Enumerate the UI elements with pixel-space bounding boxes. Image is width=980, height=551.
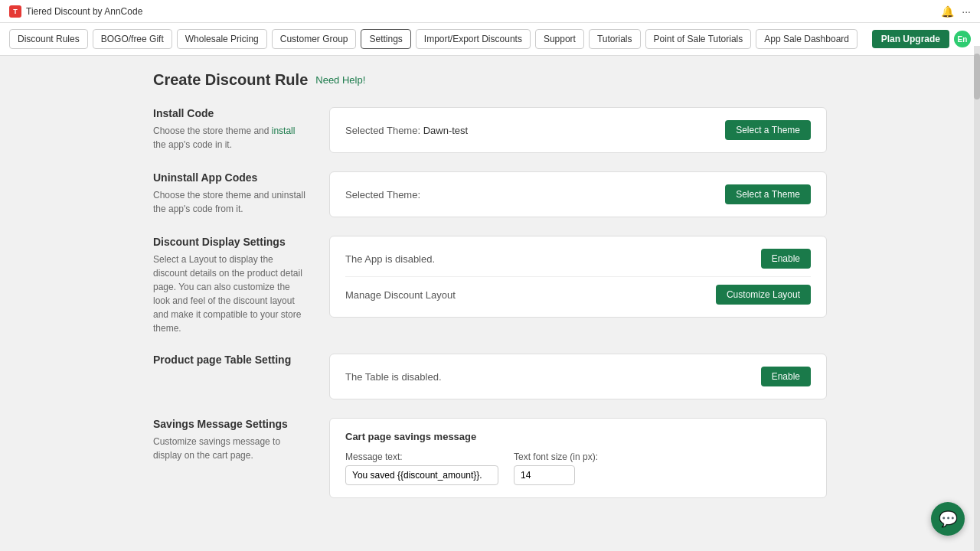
- page-title: Create Discount Rule: [153, 71, 308, 89]
- discount-display-card: The App is disabled. Enable Manage Disco…: [329, 236, 827, 318]
- app-icon: T: [9, 5, 21, 18]
- section-product-table-info: Product page Table Setting: [153, 354, 306, 370]
- product-table-row: The Table is disabled. Enable: [345, 367, 811, 386]
- nav-btn-wholesale[interactable]: Wholesale Pricing: [177, 29, 267, 49]
- title-bar-title: Tiered Discount by AnnCode: [26, 6, 142, 17]
- install-theme-value: Dawn-test: [423, 125, 469, 136]
- section-product-table: Product page Table Setting The Table is …: [153, 354, 827, 399]
- nav-btn-tutorials[interactable]: Tutorials: [589, 29, 641, 49]
- app-disabled-status: The App is disabled.: [345, 253, 435, 265]
- nav-btn-bogo[interactable]: BOGO/free Gift: [93, 29, 172, 49]
- table-disabled-status: The Table is disabled.: [345, 371, 442, 383]
- section-install-code: Install Code Choose the store theme and …: [153, 107, 827, 153]
- title-bar-right: 🔔 ···: [941, 5, 971, 18]
- more-icon[interactable]: ···: [962, 5, 971, 18]
- install-code-card-row: Selected Theme: Dawn-test Select a Theme: [345, 120, 811, 140]
- section-product-table-title: Product page Table Setting: [153, 354, 306, 366]
- install-select-theme-button[interactable]: Select a Theme: [725, 120, 811, 140]
- font-size-input[interactable]: [514, 465, 575, 485]
- nav-btn-discount-rules[interactable]: Discount Rules: [9, 29, 88, 49]
- page-header: Create Discount Rule Need Help!: [153, 71, 827, 89]
- nav-btn-support[interactable]: Support: [535, 29, 584, 49]
- install-link[interactable]: install: [272, 126, 296, 136]
- section-uninstall-code: Uninstall App Codes Choose the store the…: [153, 171, 827, 217]
- section-discount-display-title: Discount Display Settings: [153, 236, 306, 248]
- section-discount-display-desc: Select a Layout to display the discount …: [153, 253, 306, 335]
- title-bar-left: T Tiered Discount by AnnCode: [9, 5, 142, 18]
- plan-upgrade-button[interactable]: Plan Upgrade: [872, 30, 949, 48]
- section-savings-message-title: Savings Message Settings: [153, 418, 306, 430]
- bell-icon[interactable]: 🔔: [941, 5, 954, 18]
- product-table-card: The Table is disabled. Enable: [329, 354, 827, 399]
- savings-form-row: Message text: Text font size (in px):: [345, 452, 811, 485]
- section-install-code-desc: Choose the store theme and install the a…: [153, 124, 306, 152]
- uninstall-selected-theme-label: Selected Theme:: [345, 189, 420, 201]
- savings-message-card: Cart page savings message Message text: …: [329, 418, 827, 498]
- section-savings-message: Savings Message Settings Customize savin…: [153, 418, 827, 498]
- uninstall-card-row: Selected Theme: Select a Theme: [345, 184, 811, 204]
- message-text-input[interactable]: [345, 465, 498, 485]
- section-install-code-info: Install Code Choose the store theme and …: [153, 107, 306, 152]
- section-uninstall-desc: Choose the store theme and uninstall the…: [153, 188, 306, 216]
- chat-button[interactable]: 💬: [931, 502, 965, 532]
- uninstall-code-card: Selected Theme: Select a Theme: [329, 171, 827, 217]
- font-size-group: Text font size (in px):: [514, 452, 598, 485]
- nav-btn-import-export[interactable]: Import/Export Discounts: [416, 29, 531, 49]
- section-install-code-title: Install Code: [153, 107, 306, 119]
- message-text-label: Message text:: [345, 452, 498, 462]
- nav-btn-pos-tutorials[interactable]: Point of Sale Tutorials: [645, 29, 752, 49]
- manage-layout-row: Manage Discount Layout Customize Layout: [345, 285, 811, 305]
- section-discount-display-info: Discount Display Settings Select a Layou…: [153, 236, 306, 335]
- install-selected-theme-label: Selected Theme: Dawn-test: [345, 125, 468, 136]
- section-uninstall-info: Uninstall App Codes Choose the store the…: [153, 171, 306, 216]
- language-badge[interactable]: En: [954, 31, 971, 47]
- uninstall-select-theme-button[interactable]: Select a Theme: [725, 184, 811, 204]
- section-uninstall-title: Uninstall App Codes: [153, 171, 306, 184]
- divider: [345, 276, 811, 277]
- scrollbar-thumb[interactable]: [974, 54, 980, 99]
- cart-savings-header: Cart page savings message: [345, 431, 811, 442]
- message-text-group: Message text:: [345, 452, 498, 485]
- section-savings-message-info: Savings Message Settings Customize savin…: [153, 418, 306, 462]
- section-savings-message-desc: Customize savings message to display on …: [153, 435, 306, 462]
- title-bar: T Tiered Discount by AnnCode 🔔 ···: [0, 0, 980, 23]
- nav-btn-customer-group[interactable]: Customer Group: [272, 29, 357, 49]
- install-code-card: Selected Theme: Dawn-test Select a Theme: [329, 107, 827, 153]
- nav-bar: Discount Rules BOGO/free Gift Wholesale …: [0, 23, 980, 56]
- need-help-link[interactable]: Need Help!: [315, 74, 365, 86]
- font-size-label: Text font size (in px):: [514, 452, 598, 462]
- chat-icon: 💬: [939, 510, 958, 528]
- table-enable-button[interactable]: Enable: [761, 367, 811, 386]
- scrollbar[interactable]: [974, 46, 980, 532]
- nav-btn-app-sale-dashboard[interactable]: App Sale Dashboard: [756, 29, 858, 49]
- manage-layout-label: Manage Discount Layout: [345, 289, 456, 301]
- app-enable-button[interactable]: Enable: [761, 249, 811, 269]
- nav-btn-settings[interactable]: Settings: [361, 29, 410, 49]
- customize-layout-button[interactable]: Customize Layout: [716, 285, 811, 305]
- discount-display-status-row: The App is disabled. Enable: [345, 249, 811, 269]
- main-content: Create Discount Rule Need Help! Install …: [0, 56, 980, 532]
- section-discount-display: Discount Display Settings Select a Layou…: [153, 236, 827, 335]
